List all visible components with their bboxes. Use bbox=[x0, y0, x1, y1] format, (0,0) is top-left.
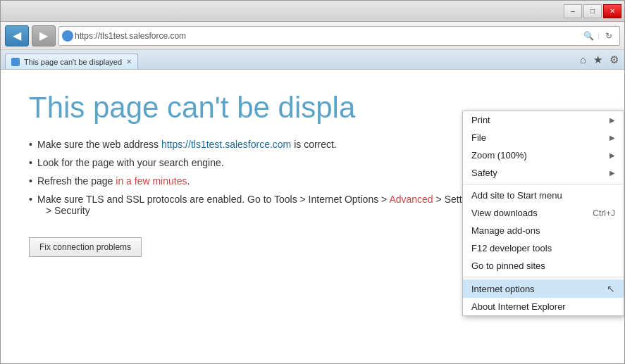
bullet-text: Make sure TLS and SSL protocols are enab… bbox=[37, 194, 389, 205]
refresh-button[interactable]: ↻ bbox=[601, 28, 617, 44]
menu-item-print[interactable]: Print ▶ bbox=[463, 111, 624, 129]
submenu-arrow-icon: ▶ bbox=[609, 151, 615, 159]
submenu-arrow-icon: ▶ bbox=[609, 116, 615, 124]
forward-button[interactable]: ▶ bbox=[32, 25, 56, 46]
menu-label: View downloads bbox=[471, 208, 538, 218]
menu-label: Manage add-ons bbox=[471, 225, 540, 236]
address-search-button[interactable]: 🔍 bbox=[581, 28, 596, 44]
context-menu: Print ▶ File ▶ Zoom (100%) ▶ Safety ▶ Ad… bbox=[462, 111, 624, 316]
menu-item-safety[interactable]: Safety ▶ bbox=[463, 164, 624, 182]
back-arrow-icon: ◀ bbox=[13, 29, 21, 42]
menu-item-about[interactable]: About Internet Explorer bbox=[463, 298, 624, 315]
bullet-text: Make sure the web address bbox=[37, 139, 161, 150]
menu-item-file[interactable]: File ▶ bbox=[463, 129, 624, 146]
site-favicon bbox=[62, 30, 73, 42]
menu-item-add-site[interactable]: Add site to Start menu bbox=[463, 187, 624, 204]
menu-item-view-downloads[interactable]: View downloads Ctrl+J bbox=[463, 204, 624, 222]
menu-item-pinned-sites[interactable]: Go to pinned sites bbox=[463, 257, 624, 275]
menu-item-manage-addons[interactable]: Manage add-ons bbox=[463, 222, 624, 239]
highlight-text: in a few minutes bbox=[116, 175, 187, 187]
address-text: https://tls1test.salesforce.com bbox=[75, 31, 579, 41]
tab-close-button[interactable]: ✕ bbox=[126, 58, 132, 65]
menu-item-f12[interactable]: F12 developer tools bbox=[463, 239, 624, 257]
home-icon[interactable]: ⌂ bbox=[580, 54, 586, 66]
menu-label: About Internet Explorer bbox=[471, 301, 566, 312]
title-bar: – □ ✕ bbox=[1, 1, 624, 22]
submenu-arrow-icon: ▶ bbox=[609, 169, 615, 177]
tab-bar: This page can't be displayed ✕ ⌂ ★ ⚙ bbox=[1, 50, 624, 70]
menu-label: Add site to Start menu bbox=[471, 190, 562, 201]
tab-favicon-icon bbox=[11, 58, 20, 66]
cursor-icon: ↖ bbox=[607, 283, 615, 294]
menu-shortcut: Ctrl+J bbox=[593, 208, 615, 218]
forward-arrow-icon: ▶ bbox=[39, 29, 48, 42]
ie-window: – □ ✕ ◀ ▶ https://tls1test.salesforce.co… bbox=[0, 0, 625, 364]
bullet-text-after: is correct. bbox=[291, 139, 337, 150]
fix-connection-button[interactable]: Fix connection problems bbox=[29, 237, 142, 257]
menu-separator bbox=[463, 277, 624, 277]
submenu-arrow-icon: ▶ bbox=[609, 134, 615, 142]
minimize-button[interactable]: – bbox=[564, 4, 582, 18]
browser-tab[interactable]: This page can't be displayed ✕ bbox=[5, 54, 138, 69]
advanced-text: Advanced bbox=[389, 194, 433, 205]
settings-icon[interactable]: ⚙ bbox=[609, 54, 619, 66]
content-area: This page can't be displa Make sure the … bbox=[1, 70, 624, 363]
navigation-bar: ◀ ▶ https://tls1test.salesforce.com 🔍 | … bbox=[1, 22, 624, 50]
menu-label: Internet options bbox=[471, 284, 535, 294]
tab-label: This page can't be displayed bbox=[24, 58, 122, 66]
back-button[interactable]: ◀ bbox=[5, 25, 29, 46]
menu-separator bbox=[463, 184, 624, 184]
salesforce-link[interactable]: https://tls1test.salesforce.com bbox=[161, 139, 291, 150]
menu-label: File bbox=[471, 132, 486, 143]
bullet-text: Refresh the page bbox=[37, 175, 116, 187]
bullet-text-indent: > Security bbox=[37, 205, 90, 216]
favorites-icon[interactable]: ★ bbox=[593, 54, 602, 66]
menu-item-zoom[interactable]: Zoom (100%) ▶ bbox=[463, 146, 624, 164]
bullet-text-end: . bbox=[187, 175, 190, 187]
bullet-text: Look for the page with your search engin… bbox=[37, 157, 224, 168]
menu-label: Safety bbox=[471, 168, 497, 178]
right-toolbar: ⌂ ★ ⚙ bbox=[580, 54, 619, 66]
menu-label: F12 developer tools bbox=[471, 243, 552, 253]
maximize-button[interactable]: □ bbox=[583, 4, 602, 18]
address-bar[interactable]: https://tls1test.salesforce.com 🔍 | ↻ bbox=[58, 26, 620, 46]
menu-label: Go to pinned sites bbox=[471, 261, 545, 271]
close-button[interactable]: ✕ bbox=[603, 4, 621, 18]
menu-label: Zoom (100%) bbox=[471, 150, 527, 161]
title-bar-controls: – □ ✕ bbox=[564, 4, 621, 18]
menu-item-internet-options[interactable]: Internet options ↖ bbox=[463, 280, 624, 298]
menu-label: Print bbox=[471, 115, 490, 125]
